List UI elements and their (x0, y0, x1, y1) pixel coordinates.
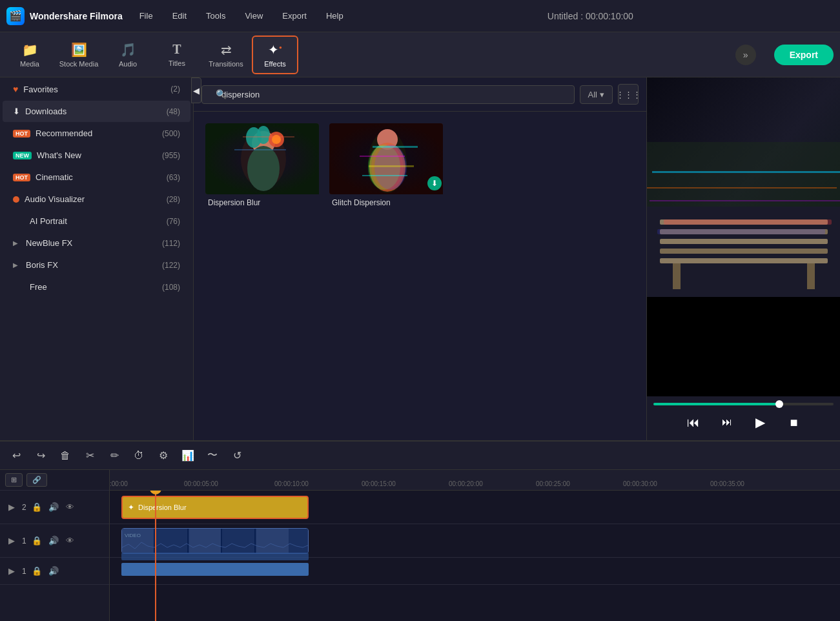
volume-track[interactable] (653, 403, 834, 405)
ruler-mark-25: 00:00:25:00 (536, 480, 570, 487)
play-button[interactable]: ▶ (749, 411, 772, 434)
svg-point-3 (247, 146, 280, 191)
track-1-eye[interactable]: 👁 (64, 534, 77, 547)
audio-lock[interactable]: 🔒 (30, 565, 43, 578)
ruler-mark-10: 00:00:10:00 (274, 480, 309, 487)
svg-rect-32 (647, 142, 840, 207)
filter-dropdown[interactable]: All ▾ (580, 85, 613, 104)
sidebar-item-cinematic[interactable]: HOT Cinematic (63) (3, 167, 190, 188)
effect-card-glitch-dispersion[interactable]: ⬇ Glitch Dispersion (328, 122, 444, 212)
clip-star-icon: ✦ (128, 503, 134, 512)
volume-thumb[interactable] (775, 400, 783, 408)
track-2-eye[interactable]: 👁 (64, 501, 77, 514)
track-1-play[interactable]: ▶ (5, 534, 18, 547)
toolbar-media[interactable]: 📁 Media (6, 36, 53, 74)
svg-rect-9 (234, 149, 286, 150)
effect-thumb-dispersion-blur (205, 123, 320, 194)
audio-mute[interactable]: 🔊 (47, 565, 60, 578)
more-tools-button[interactable]: » (735, 45, 756, 65)
download-overlay-icon: ⬇ (427, 176, 442, 190)
media-label: Media (20, 60, 39, 68)
audio-play[interactable]: ▶ (5, 565, 18, 578)
cut-button[interactable]: ✂ (80, 446, 99, 465)
timeline-tracks-header: ⊞ 🔗 ▶ 2 🔒 🔊 👁 ▶ 1 🔒 🔊 👁 ▶ 1 🔒 (0, 470, 110, 621)
track-lane-1[interactable]: VIDEO (110, 524, 840, 558)
video-clip[interactable]: VIDEO (121, 528, 309, 554)
link-button[interactable]: 🔗 (26, 473, 47, 487)
ruler-mark-20: 00:00:20:00 (449, 480, 483, 487)
toolbar-titles[interactable]: T Titles (154, 36, 200, 74)
project-title: Untitled : 00:00:10:00 (347, 11, 834, 21)
menu-tools[interactable]: Tools (202, 8, 229, 23)
svg-rect-17 (373, 146, 418, 148)
sidebar-item-newblue-fx[interactable]: ▶ NewBlue FX (112) (3, 232, 190, 254)
timeline-body: ⊞ 🔗 ▶ 2 🔒 🔊 👁 ▶ 1 🔒 🔊 👁 ▶ 1 🔒 (0, 470, 840, 621)
effect-card-dispersion-blur[interactable]: Dispersion Blur (204, 122, 320, 212)
sidebar-collapse-button[interactable]: ◀ (194, 77, 201, 103)
pen-tool-button[interactable]: ✏ (105, 446, 124, 465)
svg-rect-34 (647, 187, 837, 188)
export-button[interactable]: Export (774, 45, 834, 65)
downloads-count: (48) (167, 107, 180, 116)
sidebar-item-free[interactable]: Free (108) (3, 276, 190, 298)
audio-clip[interactable] (121, 563, 309, 576)
clip-label: Dispersion Blur (138, 504, 187, 511)
track-2-lock[interactable]: 🔒 (30, 501, 43, 514)
menu-view[interactable]: View (241, 8, 267, 23)
track-header-1: ▶ 1 🔒 🔊 👁 (0, 524, 109, 558)
track-1-audio[interactable]: 🔊 (47, 534, 60, 547)
sidebar-item-downloads[interactable]: ⬇ Downloads (48) (3, 101, 190, 122)
track-2-play[interactable]: ▶ (5, 501, 18, 514)
sidebar-item-audio-visualizer[interactable]: Audio Visualizer (28) (3, 188, 190, 210)
search-input[interactable] (201, 85, 575, 104)
grid-view-button[interactable]: ⋮⋮⋮ (618, 84, 639, 105)
effects-grid: Dispersion Blur (194, 112, 646, 223)
rotate-button[interactable]: ↺ (227, 446, 247, 465)
newblue-count: (112) (162, 239, 180, 248)
sidebar-item-favorites[interactable]: ♥ Favorites (2) (3, 78, 190, 100)
toolbar-stock-media[interactable]: 🖼️ Stock Media (56, 36, 102, 74)
waveform-button[interactable]: 〜 (203, 446, 222, 465)
redo-button[interactable]: ↪ (31, 446, 50, 465)
sidebar-item-boris-fx[interactable]: ▶ Boris FX (122) (3, 254, 190, 276)
svg-rect-18 (360, 156, 405, 157)
dispersion-blur-clip[interactable]: ✦ Dispersion Blur (121, 496, 309, 519)
sidebar-item-ai-portrait[interactable]: AI Portrait (76) (3, 210, 190, 232)
timer-button[interactable]: ⏱ (129, 446, 149, 465)
toolbar-audio[interactable]: 🎵 Audio (105, 36, 151, 74)
free-count: (108) (162, 283, 180, 292)
audio-levels-button[interactable]: 📊 (178, 446, 198, 465)
add-clip-button[interactable]: ⊞ (5, 473, 23, 487)
svg-rect-25 (660, 239, 828, 244)
step-back-button[interactable]: ⏭ (715, 411, 739, 434)
audio-track-header: ▶ 1 🔒 🔊 (0, 558, 109, 585)
toolbar-transitions[interactable]: ⇄ Transitions (203, 36, 249, 74)
ruler-mark-15: 00:00:15:00 (362, 480, 396, 487)
menu-export[interactable]: Export (278, 8, 311, 23)
svg-rect-20 (362, 175, 407, 176)
timeline-content: :00:00 00:00:05:00 00:00:10:00 00:00:15:… (110, 470, 840, 621)
svg-rect-38 (156, 528, 188, 554)
rewind-button[interactable]: ⏮ (682, 411, 705, 434)
sidebar-item-recommended[interactable]: HOT Recommended (500) (3, 123, 190, 144)
toolbar-effects[interactable]: ✦● Effects (252, 36, 298, 74)
sidebar-item-whats-new[interactable]: NEW What's New (955) (3, 145, 190, 166)
svg-rect-40 (223, 528, 255, 554)
menu-file[interactable]: File (136, 8, 157, 23)
undo-button[interactable]: ↩ (6, 446, 26, 465)
track-lane-2[interactable]: ✦ Dispersion Blur (110, 491, 840, 524)
audio-visualizer-label: Audio Visualizer (25, 194, 85, 204)
stop-button[interactable]: ■ (783, 411, 806, 434)
menu-help[interactable]: Help (322, 8, 347, 23)
filter-eq-button[interactable]: ⚙ (154, 446, 173, 465)
effects-icon: ✦● (268, 42, 282, 57)
ruler-mark-0: :00:00 (110, 480, 128, 487)
audio-track-lane[interactable] (110, 558, 840, 585)
app-name: Wondershare Filmora (30, 11, 123, 21)
delete-button[interactable]: 🗑 (56, 446, 75, 465)
timeline-ruler[interactable]: :00:00 00:00:05:00 00:00:10:00 00:00:15:… (110, 470, 840, 491)
menu-edit[interactable]: Edit (169, 8, 190, 23)
track-1-lock[interactable]: 🔒 (30, 534, 43, 547)
menu-bar: File Edit Tools View Export Help (136, 8, 347, 23)
track-2-audio[interactable]: 🔊 (47, 501, 60, 514)
